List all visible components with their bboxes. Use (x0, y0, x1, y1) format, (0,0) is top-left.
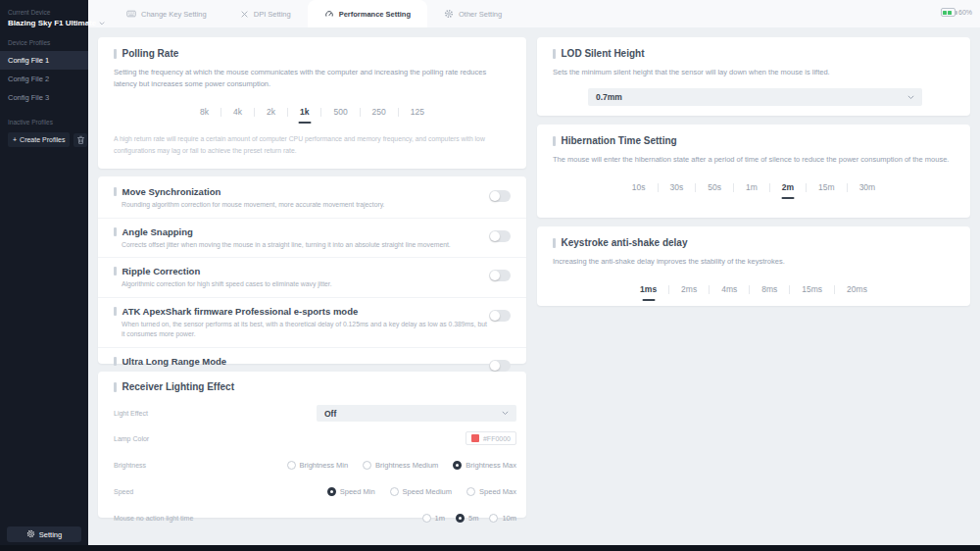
polling-rate-note: A high return rate will require a certai… (114, 133, 511, 156)
window-bottom-edge (0, 545, 980, 551)
receiver-lighting-card: Receiver Lighting Effect Light Effect Of… (98, 372, 526, 518)
radio-label: 5m (468, 514, 478, 523)
toggle-knob (490, 311, 500, 321)
brightness-radio-brightness-medium[interactable]: Brightness Medium (363, 461, 438, 470)
brightness-radio-brightness-min[interactable]: Brightness Min (287, 461, 349, 470)
no-action-radio-5m[interactable]: 5m (456, 514, 478, 523)
toggle-ultra-long-range-mode[interactable] (489, 360, 511, 372)
toggle-knob (490, 191, 500, 201)
radio-label: Speed Max (479, 487, 516, 496)
gear-icon (444, 9, 454, 19)
no-action-light-time-options: 1m5m10m (422, 514, 516, 523)
light-effect-dropdown[interactable]: Off (317, 405, 516, 422)
speed-radio-speed-medium[interactable]: Speed Medium (390, 487, 452, 496)
option-125[interactable]: 125 (399, 105, 436, 119)
toggle-atk-apexshark-firmware-professional-e-sports-mode[interactable] (489, 310, 511, 322)
option-15ms[interactable]: 15ms (790, 282, 834, 296)
option-4k[interactable]: 4k (221, 105, 254, 119)
dpi-icon (240, 10, 249, 19)
option-30m[interactable]: 30m (848, 180, 888, 194)
hibernation-options: 10s30s50s1m2m15m30m (553, 180, 955, 194)
lamp-color-picker[interactable]: #FF0000 (466, 431, 516, 445)
radio-circle (390, 487, 399, 496)
option-500[interactable]: 500 (321, 105, 359, 119)
radio-label: Speed Min (340, 487, 375, 496)
setting-title: Move Synchronization (114, 186, 384, 197)
tab-performance-setting[interactable]: Performance Setting (308, 0, 427, 27)
radio-circle (466, 487, 475, 496)
receiver-lighting-title: Receiver Lighting Effect (114, 381, 516, 392)
sidebar-profile-config-file-1[interactable]: Config File 1 (0, 51, 88, 70)
profile-list: Config File 1Config File 2Config File 3 (8, 51, 80, 107)
sidebar-profile-config-file-2[interactable]: Config File 2 (0, 70, 88, 88)
toggle-angle-snapping[interactable] (489, 230, 511, 242)
inactive-profiles-label: Inactive Profiles (8, 119, 80, 125)
tab-dpi-setting[interactable]: DPI Setting (223, 0, 308, 27)
tab-change-key-setting[interactable]: Change Key Setting (110, 0, 223, 27)
setting-button[interactable]: Setting (7, 526, 81, 542)
radio-label: Brightness Medium (375, 461, 438, 470)
option-1ms[interactable]: 1ms (628, 282, 668, 296)
sidebar-profile-config-file-3[interactable]: Config File 3 (0, 88, 88, 107)
device-selector[interactable]: Blazing Sky F1 Ultimate (8, 19, 80, 27)
tab-label: Performance Setting (339, 10, 411, 19)
tab-bar-tabs: Change Key SettingDPI SettingPerformance… (110, 0, 518, 27)
gear-icon (26, 529, 35, 540)
delete-profile-button[interactable] (74, 133, 87, 147)
option-8k[interactable]: 8k (188, 105, 220, 119)
chevron-down-icon (907, 95, 914, 100)
battery-indicator: 60% (941, 8, 972, 17)
setting-description: Rounding algorithm correction for mouse … (114, 200, 384, 211)
lamp-color-label: Lamp Color (114, 435, 149, 442)
lod-silent-height-card: LOD Silent Height Sets the minimum silen… (537, 37, 970, 116)
setting-description: Algorithmic correction for high shift sp… (114, 279, 332, 290)
radio-circle (422, 514, 431, 523)
chevron-down-icon (99, 22, 105, 25)
option-250[interactable]: 250 (361, 105, 398, 119)
create-profiles-button[interactable]: + Create Profiles (8, 132, 70, 147)
speed-radio-speed-max[interactable]: Speed Max (466, 487, 516, 496)
radio-circle (453, 461, 462, 470)
keystroke-delay-card: Keystroke anti-shake delay Increasing th… (537, 226, 970, 306)
hibernation-title: Hibernation Time Setting (553, 135, 955, 146)
option-30s[interactable]: 30s (659, 180, 696, 194)
device-profiles-label: Device Profiles (8, 39, 80, 46)
brightness-radio-brightness-max[interactable]: Brightness Max (453, 461, 516, 470)
speed-label: Speed (114, 488, 133, 495)
option-2ms[interactable]: 2ms (669, 282, 709, 296)
no-action-radio-10m[interactable]: 10m (489, 514, 516, 523)
toggle-knob (490, 361, 500, 371)
trash-icon (76, 131, 85, 149)
option-4ms[interactable]: 4ms (710, 282, 749, 296)
speed-radio-speed-min[interactable]: Speed Min (327, 487, 375, 496)
option-20ms[interactable]: 20ms (835, 282, 879, 296)
option-10s[interactable]: 10s (620, 180, 658, 194)
no-action-radio-1m[interactable]: 1m (422, 514, 445, 523)
brightness-label: Brightness (114, 462, 146, 469)
sidebar: Current Device Blazing Sky F1 Ultimate D… (0, 0, 88, 551)
option-1m[interactable]: 1m (734, 180, 769, 194)
radio-label: Brightness Max (466, 461, 516, 470)
toggle-ripple-correction[interactable] (489, 270, 511, 281)
radio-label: Speed Medium (403, 487, 452, 496)
lod-height-value: 0.7mm (596, 92, 622, 102)
option-15m[interactable]: 15m (807, 180, 847, 194)
tab-other-setting[interactable]: Other Setting (427, 0, 518, 27)
toggle-knob (490, 231, 500, 241)
battery-percent: 60% (958, 9, 972, 16)
option-2k[interactable]: 2k (255, 105, 287, 119)
option-50s[interactable]: 50s (696, 180, 733, 194)
setting-label: Setting (39, 530, 62, 539)
toggle-knob (490, 271, 500, 280)
hibernation-card: Hibernation Time Setting The mouse will … (537, 125, 970, 218)
lod-description: Sets the minimum silent height that the … (553, 67, 955, 78)
toggle-move-synchronization[interactable] (489, 190, 511, 202)
lod-height-dropdown[interactable]: 0.7mm (588, 88, 922, 106)
setting-title: ATK ApexShark firmware Professional e-sp… (114, 306, 488, 317)
option-2m[interactable]: 2m (770, 180, 806, 194)
radio-circle (489, 514, 498, 523)
option-8ms[interactable]: 8ms (750, 282, 789, 296)
option-1k[interactable]: 1k (288, 105, 320, 119)
keystroke-title: Keystroke anti-shake delay (553, 237, 955, 248)
polling-rate-title: Polling Rate (114, 48, 511, 59)
